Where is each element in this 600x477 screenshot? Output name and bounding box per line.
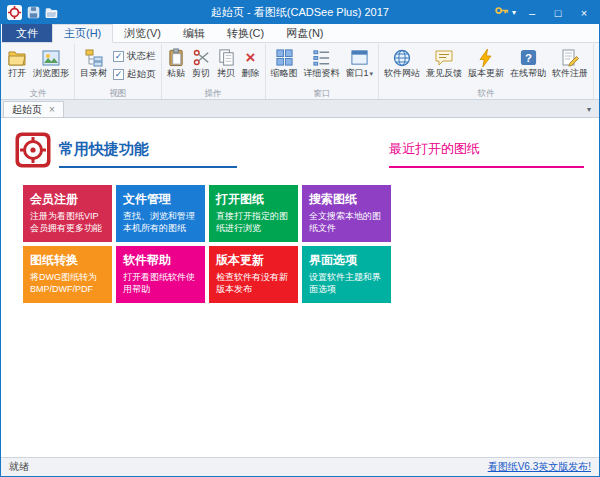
- online-help-button[interactable]: ? 在线帮助: [507, 45, 549, 81]
- ribbon-tab-home[interactable]: 主页(H): [52, 24, 113, 43]
- quick-access-toolbar: [3, 5, 58, 20]
- ribbon-group-view: 目录树 ✓ 状态栏 ✓ 起始页 视图: [75, 44, 162, 99]
- tile-title: 打开图纸: [216, 191, 291, 208]
- open-label: 打开: [8, 68, 26, 79]
- tile-desc: 将DWG图纸转为BMP/DWF/PDF: [30, 272, 105, 295]
- cut-button[interactable]: 剪切: [189, 45, 214, 81]
- window1-button[interactable]: 窗口1▾: [343, 45, 377, 81]
- ribbon-group-operations: 粘贴 剪切 拷贝 × 删除: [162, 44, 266, 99]
- tile-search-drawing[interactable]: 搜索图纸 全文搜索本地的图纸文件: [302, 185, 391, 242]
- tile-desc: 查找、浏览和管理本机所有的图纸: [123, 211, 198, 234]
- online-help-label: 在线帮助: [510, 68, 546, 79]
- news-link[interactable]: 看图纸V6.3英文版发布!: [488, 460, 591, 474]
- ribbon-tab-bar: 文件 主页(H) 浏览(V) 编辑 转换(C) 网盘(N): [1, 24, 599, 43]
- quick-open-icon[interactable]: [45, 6, 58, 19]
- question-mark-icon: ?: [519, 47, 538, 68]
- tile-desc: 打开看图纸软件使用帮助: [123, 272, 198, 295]
- directory-tree-button[interactable]: 目录树: [77, 45, 110, 81]
- checkbox-checked-icon[interactable]: ✓: [113, 69, 124, 80]
- window-icon: [350, 47, 369, 68]
- open-folder-icon: [7, 47, 27, 68]
- tile-title: 软件帮助: [123, 252, 198, 269]
- thumbnail-grid-icon: [275, 47, 294, 68]
- register-pencil-icon: [560, 47, 580, 68]
- thumbnail-view-label: 缩略图: [271, 68, 298, 79]
- cut-label: 剪切: [192, 68, 210, 79]
- tile-file-manage[interactable]: 文件管理 查找、浏览和管理本机所有的图纸: [116, 185, 205, 242]
- open-button[interactable]: 打开: [4, 45, 30, 81]
- start-page-content: 常用快捷功能 最近打开的图纸 会员注册 注册为看图纸VIP会员拥有更多功能 文件…: [1, 118, 599, 457]
- quick-save-icon[interactable]: [27, 6, 40, 19]
- section-title-shortcuts: 常用快捷功能: [59, 140, 237, 168]
- software-website-label: 软件网站: [384, 68, 420, 79]
- feedback-bubble-icon: [434, 47, 454, 68]
- minimize-button[interactable]: –: [519, 2, 545, 23]
- delete-label: 删除: [242, 68, 260, 79]
- tile-open-drawing[interactable]: 打开图纸 直接打开指定的图纸进行浏览: [209, 185, 298, 242]
- ribbon-tab-file[interactable]: 文件: [2, 24, 52, 42]
- checkbox-checked-icon[interactable]: ✓: [113, 51, 124, 62]
- maximize-button[interactable]: □: [545, 2, 571, 23]
- directory-tree-label: 目录树: [80, 68, 107, 79]
- tab-start-page-label: 起始页: [12, 103, 42, 117]
- window1-label: 窗口1: [346, 68, 369, 79]
- section-title-recent: 最近打开的图纸: [389, 140, 584, 168]
- tile-desc: 检查软件有没有新版本发布: [216, 272, 291, 295]
- copy-button[interactable]: 拷贝: [214, 45, 239, 81]
- key-icon[interactable]: [494, 3, 509, 22]
- titlebar-caret-icon[interactable]: ▾: [509, 8, 519, 17]
- version-update-label: 版本更新: [468, 68, 504, 79]
- startpage-checkbox[interactable]: ✓ 起始页: [113, 68, 156, 81]
- titlebar: 起始页 - 看图纸(CADSee Plus) 2017 ▾ – □ ×: [1, 1, 599, 24]
- startpage-checkbox-label: 起始页: [127, 68, 156, 81]
- tile-version-update[interactable]: 版本更新 检查软件有没有新版本发布: [209, 246, 298, 303]
- version-update-button[interactable]: 版本更新: [465, 45, 507, 81]
- ribbon-tab-netdisk[interactable]: 网盘(N): [275, 24, 334, 42]
- svg-text:?: ?: [525, 52, 532, 64]
- statusbar: 就绪 看图纸V6.3英文版发布!: [1, 457, 599, 476]
- details-list-icon: [312, 47, 331, 68]
- details-view-label: 详细资料: [304, 68, 340, 79]
- paste-button[interactable]: 粘贴: [164, 45, 189, 81]
- browse-drawings-button[interactable]: 浏览图形: [30, 45, 72, 81]
- lightning-bolt-icon: [476, 47, 496, 68]
- tab-list-caret-icon[interactable]: ▾: [583, 105, 595, 117]
- ribbon: 打开 浏览图形 文件 目录树: [1, 43, 599, 100]
- details-view-button[interactable]: 详细资料: [301, 45, 343, 81]
- ribbon-tab-edit[interactable]: 编辑: [172, 24, 216, 42]
- status-ready-text: 就绪: [9, 460, 29, 474]
- window1-caret-icon: ▾: [370, 68, 374, 79]
- software-register-label: 软件注册: [552, 68, 588, 79]
- tab-close-icon[interactable]: ×: [49, 105, 55, 115]
- ribbon-tab-convert[interactable]: 转换(C): [216, 24, 275, 42]
- statusbar-checkbox[interactable]: ✓ 状态栏: [113, 50, 156, 63]
- group-label-software: 软件: [381, 87, 591, 99]
- globe-icon: [392, 47, 412, 68]
- window-controls: ▾ – □ ×: [494, 2, 597, 23]
- tab-start-page[interactable]: 起始页 ×: [3, 101, 64, 117]
- app-window: 起始页 - 看图纸(CADSee Plus) 2017 ▾ – □ × 文件 主…: [0, 0, 600, 477]
- tile-title: 图纸转换: [30, 252, 105, 269]
- tile-title: 界面选项: [309, 252, 384, 269]
- software-register-button[interactable]: 软件注册: [549, 45, 591, 81]
- ribbon-tab-browse[interactable]: 浏览(V): [113, 24, 172, 42]
- thumbnail-view-button[interactable]: 缩略图: [268, 45, 301, 81]
- tile-desc: 全文搜索本地的图纸文件: [309, 211, 384, 234]
- tile-title: 文件管理: [123, 191, 198, 208]
- cadsee-logo: [15, 132, 51, 168]
- tile-desc: 注册为看图纸VIP会员拥有更多功能: [30, 211, 105, 234]
- tile-ui-options[interactable]: 界面选项 设置软件主题和界面选项: [302, 246, 391, 303]
- delete-x-icon: ×: [246, 47, 256, 68]
- feedback-button[interactable]: 意见反馈: [423, 45, 465, 81]
- document-tab-bar: 起始页 × ▾: [1, 100, 599, 118]
- tile-member-register[interactable]: 会员注册 注册为看图纸VIP会员拥有更多功能: [23, 185, 112, 242]
- app-icon[interactable]: [7, 5, 22, 20]
- close-button[interactable]: ×: [571, 2, 597, 23]
- browse-drawings-icon: [41, 47, 61, 68]
- group-label-view: 视图: [77, 87, 159, 99]
- tile-convert-drawing[interactable]: 图纸转换 将DWG图纸转为BMP/DWF/PDF: [23, 246, 112, 303]
- delete-button[interactable]: × 删除: [239, 45, 263, 81]
- tile-title: 版本更新: [216, 252, 291, 269]
- tile-software-help[interactable]: 软件帮助 打开看图纸软件使用帮助: [116, 246, 205, 303]
- software-website-button[interactable]: 软件网站: [381, 45, 423, 81]
